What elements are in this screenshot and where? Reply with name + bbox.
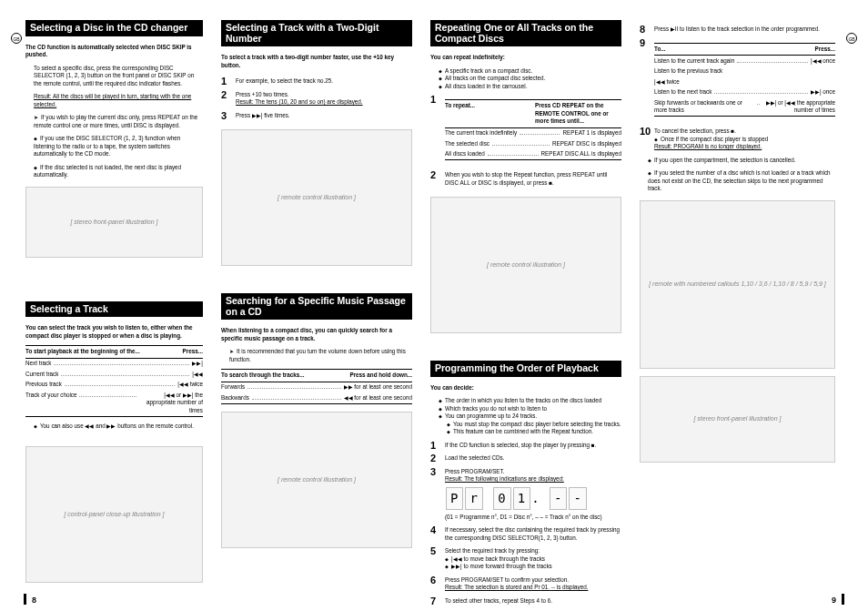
- column-4: Press ▶II to listen to the track selecti…: [631, 20, 844, 610]
- b1: If you use the DISC SELECTOR (1, 2, 3) f…: [25, 135, 203, 158]
- manual-spread: Selecting a Disc in the CD changer The C…: [0, 0, 868, 611]
- column-2: Selecting a Track with a Two-Digit Numbe…: [212, 20, 421, 610]
- heading-two-digit: Selecting a Track with a Two-Digit Numbe…: [221, 20, 412, 46]
- p1: To select a specific disc, press the cor…: [25, 65, 203, 88]
- heading-select-track: Selecting a Track: [25, 301, 203, 318]
- note1: You can also use ◀◀ and ▶▶ buttons on th…: [25, 423, 203, 431]
- badge-gb-left: GB: [11, 33, 22, 44]
- page-number-left: 8: [24, 594, 36, 606]
- stereo-panel-illustration-2: [ stereo front-panel illustration ]: [640, 376, 835, 463]
- step1: For example, to select the track no.25.: [221, 75, 412, 88]
- c2n1: It is recommended that you turn the volu…: [221, 348, 412, 363]
- c2p1: To select a track with a two-digit numbe…: [221, 54, 412, 69]
- intro: The CD function is automatically selecte…: [25, 44, 203, 59]
- column-1: Selecting a Disc in the CD changer The C…: [16, 20, 212, 610]
- rs2: When you wish to stop the Repeat functio…: [430, 168, 621, 189]
- remote-illustration-1: [ remote control illustration ]: [221, 129, 412, 266]
- heading-program: Programming the Order of Playback: [430, 361, 621, 377]
- result1: Result: All the discs will be played in …: [25, 93, 203, 108]
- program-steps-cont: Press ▶II to listen to the track selecti…: [640, 23, 835, 154]
- steps-two-digit: For example, to select the track no.25. …: [221, 75, 412, 122]
- p2: If you wish to play the current disc onl…: [25, 114, 203, 129]
- p3: You can select the track you wish to lis…: [25, 324, 203, 340]
- program-steps: If the CD function is selected, stop the…: [430, 439, 621, 607]
- heading-search-passage: Searching for a Specific Music Passage o…: [221, 293, 412, 320]
- c3intro: You can repeat indefinitely:: [430, 54, 621, 62]
- search-table: To search through the tracks...Press and…: [221, 369, 412, 404]
- column-3: Repeating One or All Tracks on the Compa…: [421, 20, 631, 610]
- badge-gb-right: GB: [846, 33, 857, 44]
- repeat-steps: To repeat...Press CD REPEAT on the REMOT…: [430, 93, 621, 189]
- remote-illustration-2: [ remote control illustration ]: [221, 412, 412, 548]
- page-number-right: 9: [832, 594, 844, 606]
- stereo-panel-illustration: [ stereo front-panel illustration ]: [25, 187, 203, 258]
- stereo-closeup-illustration: [ control-panel close-up illustration ]: [25, 446, 203, 583]
- b2: If the disc selected is not loaded, the …: [25, 164, 203, 179]
- heading-repeat: Repeating One or All Tracks on the Compa…: [430, 20, 621, 46]
- heading-disc-changer: Selecting a Disc in the CD changer: [25, 20, 203, 36]
- step3: Press ▶▶| five times.: [221, 109, 412, 123]
- lcd-display: Pr 01. --: [445, 487, 621, 510]
- track-table: To start playback at the beginning of th…: [25, 345, 203, 417]
- remote-illustration-3: [ remote control illustration ]: [430, 197, 621, 333]
- remote-callouts-illustration: [ remote with numbered callouts 1,10 / 3…: [640, 200, 835, 369]
- c2p2: When listening to a compact disc, you ca…: [221, 327, 412, 342]
- step2: Press +10 two times.Result: The tens (10…: [221, 88, 412, 109]
